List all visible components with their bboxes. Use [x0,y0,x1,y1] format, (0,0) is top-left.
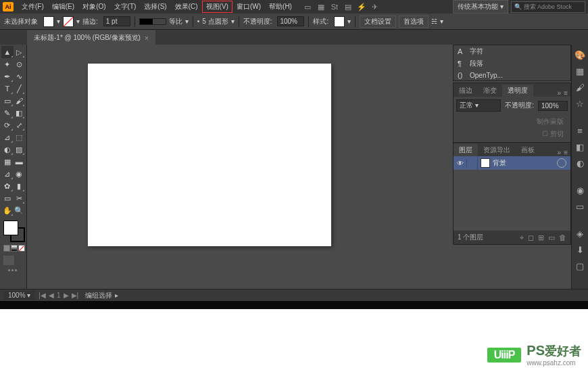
zoom-tool[interactable]: 🔍 [14,204,26,216]
panel-expand-icon[interactable]: » [558,89,562,97]
width-tool[interactable]: ⊿ [1,131,14,143]
type-tool[interactable]: T [1,83,14,95]
clipping-mask-icon[interactable]: ◻ [528,233,534,242]
menu-window[interactable]: 窗口(W) [232,1,265,13]
panel-menu-icon[interactable]: ≡ [564,89,568,97]
search-input[interactable]: 🔍 搜索 Adobe Stock [511,1,585,13]
stroke-swatch[interactable] [63,16,74,27]
tab-transparency[interactable]: 透明度 [502,85,533,97]
color-mode-solid[interactable] [3,245,10,252]
transparency-panel-icon[interactable]: ◐ [574,157,586,169]
gradient-tool[interactable]: ▬ [14,156,26,168]
opentype-panel-row[interactable]: ()OpenTyp... [454,70,570,80]
direct-selection-tool[interactable]: ▷ [14,46,26,58]
layer-target-icon[interactable] [557,158,566,168]
shape-builder-tool[interactable]: ◐ [1,143,14,156]
opacity-value-input[interactable]: 100% [538,101,568,111]
bridge-icon[interactable]: ▭ [303,2,312,11]
curvature-tool[interactable]: ∿ [14,70,26,83]
layers-panel-icon[interactable]: ◈ [574,227,586,239]
lasso-tool[interactable]: ⊙ [14,58,26,70]
selection-tool[interactable]: ▲ [1,46,14,58]
document-tab[interactable]: 未标题-1* @ 100% (RGB/像素预览) × [27,30,155,45]
gradient-panel-icon[interactable]: ◧ [574,141,586,153]
color-mode-none[interactable] [18,245,25,252]
tab-close-icon[interactable]: × [145,34,149,42]
tab-stroke[interactable]: 描边 [454,85,478,97]
menu-help[interactable]: 帮助(H) [265,1,296,13]
mesh-tool[interactable]: ▦ [1,156,14,168]
symbol-sprayer-tool[interactable]: ✿ [1,180,14,192]
graph-tool[interactable]: ▮ [14,180,26,192]
layer-row[interactable]: 👁 背景 [454,156,570,170]
locate-object-icon[interactable]: ⌖ [520,233,524,242]
fill-swatch[interactable] [43,16,54,27]
magic-wand-tool[interactable]: ✦ [1,58,14,70]
fill-stroke-control[interactable] [3,220,25,242]
color-panel-icon[interactable]: 🎨 [574,49,586,61]
eraser-tool[interactable]: ◧ [14,107,26,119]
appearance-panel-icon[interactable]: ◉ [574,184,586,196]
prefs-button[interactable]: 首选项 [399,16,428,28]
tab-layers[interactable]: 图层 [454,144,478,156]
new-sublayer-icon[interactable]: ⊞ [538,233,544,242]
free-transform-tool[interactable]: ⬚ [14,131,26,143]
menu-select[interactable]: 选择(S) [140,1,170,13]
character-panel-row[interactable]: A字符 [454,45,570,57]
nav-prev[interactable]: ◀ [49,292,54,299]
style-swatch[interactable] [334,16,345,27]
workspace-switcher[interactable]: 传统基本功能 ▾ [453,0,508,14]
stroke-panel-icon[interactable]: ≡ [574,124,586,137]
nav-first[interactable]: |◀ [39,292,46,299]
nav-current[interactable]: 1 [57,292,61,299]
stroke-weight-input[interactable] [103,16,130,26]
artboards-panel-icon[interactable]: ▢ [574,260,586,272]
pen-tool[interactable]: ✒ [1,70,14,83]
new-layer-icon[interactable]: ▭ [548,233,555,242]
tab-artboards[interactable]: 画板 [516,144,540,156]
menu-object[interactable]: 对象(O) [78,1,109,13]
delete-layer-icon[interactable]: 🗑 [559,233,566,242]
doc-setup-button[interactable]: 文档设置 [360,16,396,28]
menu-edit[interactable]: 编辑(E) [48,1,78,13]
blend-mode-dropdown[interactable]: 正常 ▾ [456,99,501,112]
stock-icon[interactable]: St [330,2,339,11]
swatches-panel-icon[interactable]: ▦ [574,65,586,77]
menu-file[interactable]: 文件(F) [18,1,48,13]
menu-view[interactable]: 视图(V) [202,1,232,13]
color-mode-gradient[interactable] [11,245,18,252]
artboard[interactable] [88,64,331,246]
brushes-panel-icon[interactable]: 🖌 [574,81,586,93]
make-mask-button[interactable]: 制作蒙版 [456,116,568,128]
arrange-icon[interactable]: ▦ [316,2,326,11]
graphic-styles-icon[interactable]: ▭ [574,200,586,212]
rotate-tool[interactable]: ⟳ [1,119,14,131]
menu-effect[interactable]: 效果(C) [171,1,202,13]
edit-toolbar-icon[interactable] [8,269,25,271]
tab-gradient[interactable]: 渐变 [478,85,502,97]
scale-tool[interactable]: ⤢ [14,119,26,131]
nav-last[interactable]: ▶| [72,292,79,299]
tab-asset-export[interactable]: 资源导出 [478,144,516,156]
hand-tool[interactable]: ✋ [1,204,14,216]
panel-expand-icon[interactable]: » [558,149,562,156]
menu-type[interactable]: 文字(T) [110,1,141,13]
shaper-tool[interactable]: ✎ [1,107,14,119]
zoom-level[interactable]: 100% ▾ [4,291,34,300]
gpu-icon[interactable]: ⚡ [357,2,366,11]
asset-export-icon[interactable]: ⬇ [574,243,586,256]
lock-toggle[interactable] [467,156,478,170]
blend-tool[interactable]: ◉ [14,168,26,180]
slice-tool[interactable]: ✂ [14,192,26,204]
panel-menu-icon[interactable]: ≡ [564,149,568,156]
perspective-tool[interactable]: ▨ [14,143,26,156]
nav-next[interactable]: ▶ [64,292,69,299]
artboard-tool[interactable]: ▭ [1,192,14,204]
eyedropper-tool[interactable]: ⊿ [1,168,14,180]
fill-color[interactable] [3,220,18,235]
screen-mode-button[interactable] [3,256,14,265]
align-icon[interactable]: ☵ [431,18,437,25]
layer-name[interactable]: 背景 [493,158,557,168]
symbols-panel-icon[interactable]: ☆ [574,97,586,110]
opacity-input[interactable] [277,16,304,26]
